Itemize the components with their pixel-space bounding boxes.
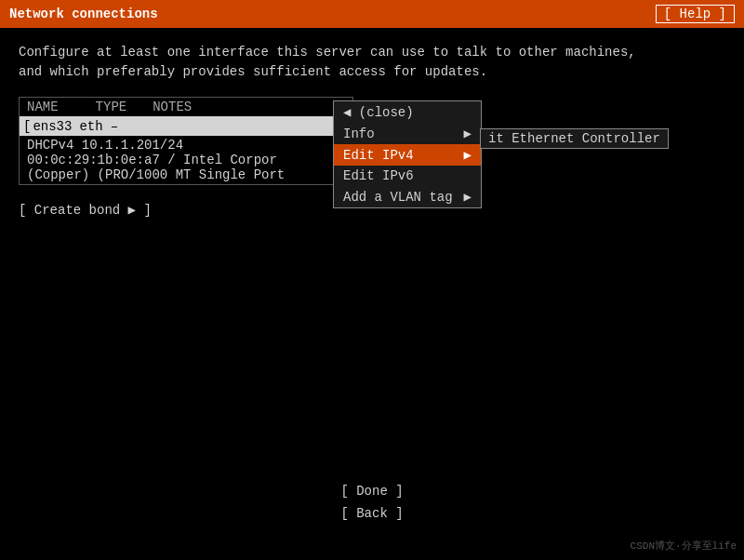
ens33-name: ens33	[33, 119, 72, 134]
description-line2: and which preferably provides sufficient…	[19, 62, 725, 82]
menu-edit-ipv4-label: Edit IPv4	[343, 148, 414, 163]
description-line1: Configure at least one interface this se…	[19, 43, 725, 62]
ens33-type: eth	[79, 119, 102, 134]
list-header: NAME TYPE NOTES	[20, 98, 352, 116]
menu-edit-ipv4-arrow: ▶	[464, 147, 472, 163]
menu-edit-ipv6[interactable]: Edit IPv6	[334, 166, 481, 186]
title-bar: Network connections [ Help ]	[0, 0, 744, 28]
ens33-content: ens33 eth –	[33, 119, 118, 134]
ens33-dhcp-ip: DHCPv4 10.1.1.201/24	[27, 138, 345, 153]
header-name: NAME	[27, 100, 59, 114]
create-bond-label: [ Create bond ▶ ]	[19, 203, 152, 218]
menu-info[interactable]: Info ▶	[334, 123, 481, 144]
menu-vlan-label: Add a VLAN tag	[343, 190, 453, 205]
menu-close-label: ◀ (close)	[343, 104, 414, 120]
network-list: NAME TYPE NOTES [ ens33 eth – ▶ DHCPv4 1…	[19, 97, 353, 185]
done-button[interactable]: [ Done ]	[322, 482, 421, 500]
menu-info-arrow: ▶	[464, 126, 472, 141]
context-menu: ◀ (close) Info ▶ Edit IPv4 ▶ Edit IPv6 A…	[333, 100, 482, 208]
menu-vlan-arrow: ▶	[464, 189, 472, 205]
back-button[interactable]: [ Back ]	[322, 504, 421, 523]
bottom-buttons: [ Done ] [ Back ]	[0, 482, 744, 523]
submenu-text: it Ethernet Controller	[488, 131, 660, 146]
menu-vlan[interactable]: Add a VLAN tag ▶	[334, 186, 481, 207]
ens33-details: DHCPv4 10.1.1.201/24 00:0c:29:1b:0e:a7 /…	[20, 136, 352, 184]
watermark: CSDN博文·分享至life	[631, 539, 737, 553]
watermark-text: CSDN博文·分享至life	[631, 540, 737, 552]
header-notes: NOTES	[153, 100, 192, 114]
menu-edit-ipv6-label: Edit IPv6	[343, 168, 414, 183]
help-button[interactable]: [ Help ]	[656, 5, 735, 23]
header-type: TYPE	[96, 100, 127, 114]
ens33-row[interactable]: [ ens33 eth – ▶	[20, 116, 352, 136]
ens33-notes: –	[111, 119, 118, 134]
bracket-left: [	[23, 119, 31, 134]
dhcp-label: DHCPv4	[27, 138, 73, 153]
menu-edit-ipv4[interactable]: Edit IPv4 ▶	[334, 144, 481, 166]
menu-info-label: Info	[343, 127, 375, 141]
menu-close[interactable]: ◀ (close)	[334, 101, 481, 123]
description: Configure at least one interface this se…	[19, 43, 725, 82]
ens33-mac: 00:0c:29:1b:0e:a7 / Intel Corpor	[27, 153, 345, 167]
submenu: it Ethernet Controller	[480, 128, 669, 149]
window-title: Network connections	[9, 7, 158, 21]
ens33-hardware: (Copper) (PRO/1000 MT Single Port	[27, 167, 345, 182]
app: Network connections [ Help ] Configure a…	[0, 0, 744, 560]
ens33-ip: 10.1.1.201/24	[82, 138, 183, 153]
